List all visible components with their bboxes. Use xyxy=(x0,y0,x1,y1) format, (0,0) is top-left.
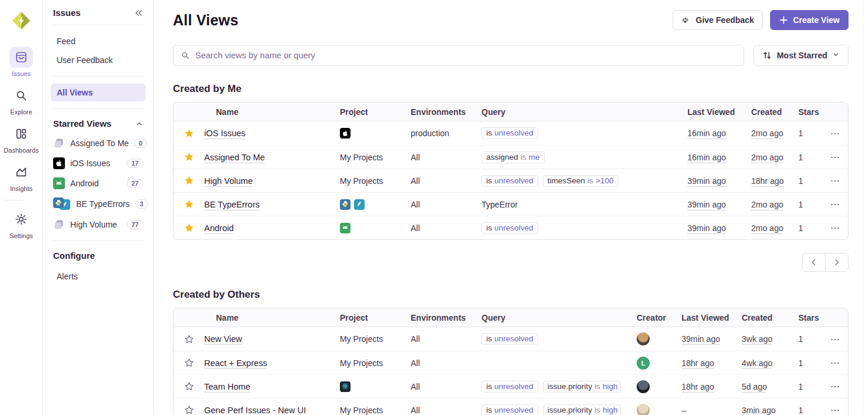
sidebar-item-be-typeerrors[interactable]: BE TypeErrors3 xyxy=(51,195,146,213)
table-row[interactable]: Team HomeAllisunresolvedissue.priorityis… xyxy=(173,374,848,398)
previous-page-button[interactable] xyxy=(802,253,826,272)
table-row[interactable]: High VolumeMy ProjectsAllisunresolvedtim… xyxy=(173,169,848,192)
create-view-label: Create View xyxy=(793,15,840,25)
sidebar-item-assigned-to-me[interactable]: Assigned To Me0 xyxy=(51,134,146,152)
stacked-projects-icon xyxy=(53,219,65,230)
row-actions-button[interactable]: ⋯ xyxy=(822,175,848,186)
star-filled-icon[interactable] xyxy=(184,152,194,162)
stars-count: 1 xyxy=(798,153,803,162)
row-actions-button[interactable]: ⋯ xyxy=(822,199,848,210)
rail-item-settings[interactable]: Settings xyxy=(4,209,38,239)
row-actions-button[interactable]: ⋯ xyxy=(822,128,848,139)
star-outline-icon[interactable] xyxy=(184,358,194,368)
view-name-link[interactable]: iOS Issues xyxy=(204,129,245,138)
row-actions-button[interactable]: ⋯ xyxy=(822,357,848,368)
table-row[interactable]: Gene Perf Issues - New UIMy ProjectsAlli… xyxy=(173,398,848,415)
query-token: timesSeen xyxy=(548,176,585,185)
view-name-link[interactable]: Android xyxy=(204,223,234,233)
view-name-link[interactable]: Gene Perf Issues - New UI xyxy=(204,406,306,415)
app-logo[interactable] xyxy=(8,8,34,34)
query-token: is xyxy=(486,176,492,185)
project-cell: My Projects xyxy=(340,406,407,415)
star-outline-icon[interactable] xyxy=(184,405,194,415)
row-actions-button[interactable]: ⋯ xyxy=(822,334,848,345)
created-value: 2mo ago xyxy=(751,223,783,233)
query-token: assigned xyxy=(486,153,518,162)
search-icon xyxy=(181,51,190,60)
divider xyxy=(52,25,145,25)
environments-label: All xyxy=(411,223,420,233)
sidebar-item-ios-issues[interactable]: iOS Issues17 xyxy=(51,154,146,172)
creator-avatar xyxy=(637,380,650,393)
sidebar-item-feed[interactable]: Feed xyxy=(51,32,146,50)
query-token: high xyxy=(602,382,618,391)
view-name-link[interactable]: React + Express xyxy=(204,358,267,368)
row-actions-button[interactable]: ⋯ xyxy=(822,151,848,163)
table-row[interactable]: BE TypeErrorsAllTypeError39min ago2mo ag… xyxy=(173,192,848,216)
query-pill: assignedisme xyxy=(482,151,545,163)
column-header-stars: Stars xyxy=(790,313,822,322)
star-outline-icon[interactable] xyxy=(184,334,194,344)
row-actions-button[interactable]: ⋯ xyxy=(822,381,848,392)
table-row[interactable]: New ViewMy ProjectsAllisunresolved39min … xyxy=(173,327,848,351)
created-value: 2mo ago xyxy=(751,200,783,209)
table-row[interactable]: iOS Issuesproductionisunresolved16min ag… xyxy=(173,121,848,145)
give-feedback-button[interactable]: Give Feedback xyxy=(673,10,763,30)
rail-item-issues[interactable]: Issues xyxy=(4,47,38,77)
issue-count-badge: 27 xyxy=(127,179,143,188)
rail-item-explore[interactable]: Explore xyxy=(4,85,38,116)
query-token: unresolved xyxy=(494,406,533,414)
starred-view-label: Android xyxy=(70,179,122,188)
chevron-up-icon[interactable] xyxy=(135,120,143,128)
table-row[interactable]: React + ExpressMy ProjectsAllL18hr ago4w… xyxy=(173,351,848,374)
star-outline-icon[interactable] xyxy=(184,381,194,391)
created-value: 3min ago xyxy=(742,406,776,415)
create-view-button[interactable]: Create View xyxy=(770,10,849,30)
rail-item-dashboards[interactable]: Dashboards xyxy=(4,123,38,154)
table-row[interactable]: Assigned To MeMy ProjectsAllassignedisme… xyxy=(173,145,848,169)
views-table: NameProjectEnvironmentsQueryLast ViewedC… xyxy=(173,102,849,240)
sort-button[interactable]: Most Starred xyxy=(754,45,849,66)
insights-icon xyxy=(9,162,33,183)
column-header-project: Project xyxy=(338,313,407,322)
query-token: issue.priority xyxy=(548,406,592,414)
view-name-link[interactable]: BE TypeErrors xyxy=(204,200,260,209)
query-cell: isunresolved xyxy=(482,333,637,345)
page-title: All Views xyxy=(173,12,238,29)
project-cell xyxy=(340,223,407,233)
sidebar-item-android[interactable]: Android27 xyxy=(51,174,146,192)
row-actions-button[interactable]: ⋯ xyxy=(822,404,848,415)
divider xyxy=(52,241,145,241)
view-name-link[interactable]: High Volume xyxy=(204,176,253,186)
search-icon xyxy=(9,85,33,106)
view-name-link[interactable]: Team Home xyxy=(204,382,250,391)
table-row[interactable]: AndroidAllisunresolved39min ago2mo ago1⋯ xyxy=(173,216,848,239)
rail-item-insights[interactable]: Insights xyxy=(4,162,38,192)
environments-label: All xyxy=(411,176,420,186)
project-label: My Projects xyxy=(340,358,383,368)
star-filled-icon[interactable] xyxy=(184,129,194,139)
query-token: is xyxy=(595,382,601,391)
query-cell: assignedisme xyxy=(482,151,687,163)
query-text: TypeError xyxy=(482,200,517,209)
sidebar-item-alerts[interactable]: Alerts xyxy=(51,268,146,285)
sidebar-item-high-volume[interactable]: High Volume77 xyxy=(51,216,146,233)
search-input[interactable] xyxy=(195,51,736,60)
star-filled-icon[interactable] xyxy=(184,223,194,233)
next-page-button[interactable] xyxy=(825,253,849,272)
sidebar-item-all-views[interactable]: All Views xyxy=(51,84,146,101)
star-filled-icon[interactable] xyxy=(184,176,194,186)
apple-icon xyxy=(53,157,65,169)
star-filled-icon[interactable] xyxy=(184,199,194,209)
query-pill: timesSeenis>100 xyxy=(543,175,618,187)
collapse-sidebar-icon[interactable] xyxy=(134,8,143,18)
scrollbar[interactable] xyxy=(863,0,863,415)
row-actions-button[interactable]: ⋯ xyxy=(822,222,848,233)
query-pill: isunresolved xyxy=(482,175,538,187)
column-header-stars: Stars xyxy=(790,107,822,117)
view-name-link[interactable]: New View xyxy=(204,334,242,344)
view-name-link[interactable]: Assigned To Me xyxy=(204,153,265,162)
sidebar-item-user-feedback[interactable]: User Feedback xyxy=(51,51,146,69)
query-token: unresolved xyxy=(494,223,533,232)
table-header-row: NameProjectEnvironmentsQueryCreatorLast … xyxy=(173,308,848,327)
